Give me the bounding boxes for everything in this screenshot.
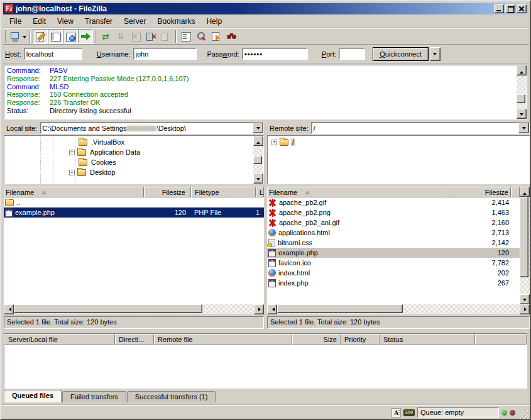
- remote-list-scrollbar[interactable]: [520, 187, 530, 304]
- scroll-up-icon[interactable]: [517, 65, 527, 75]
- menu-edit[interactable]: Edit: [27, 16, 52, 27]
- file-row-[interactable]: ..: [4, 197, 264, 207]
- maximize-button[interactable]: [505, 4, 515, 13]
- log-scrollbar[interactable]: [517, 65, 527, 119]
- tree-item-[interactable]: +/: [268, 137, 529, 147]
- scroll-left-icon[interactable]: [4, 304, 14, 314]
- scrollbar-thumb[interactable]: [517, 94, 525, 103]
- scroll-right-icon[interactable]: [254, 304, 264, 314]
- resize-grip[interactable]: [519, 411, 528, 419]
- local-tree-scrollbar[interactable]: [253, 136, 263, 184]
- scrollbar-thumb[interactable]: [14, 304, 202, 313]
- scroll-right-icon[interactable]: [520, 304, 530, 314]
- queue-column-status[interactable]: Status: [380, 334, 475, 345]
- file-row-apache-pb2-gif[interactable]: apache_pb2.gif2,414: [267, 197, 520, 207]
- scrollbar-thumb[interactable]: [277, 304, 403, 313]
- file-row-apache-pb2-ani-gif[interactable]: apache_pb2_ani.gif2,160: [267, 218, 520, 228]
- menu-help[interactable]: Help: [200, 16, 227, 27]
- filesize-cell: 120: [144, 209, 191, 216]
- filter-button[interactable]: [178, 29, 194, 44]
- queue-column-priority[interactable]: Priority: [341, 334, 380, 345]
- tree-item-application-data[interactable]: +Application Data: [4, 147, 253, 157]
- column-header-filename[interactable]: Filename: [267, 187, 447, 197]
- scroll-down-icon[interactable]: [517, 109, 527, 119]
- password-input[interactable]: [242, 48, 308, 60]
- remote-hscrollbar[interactable]: [267, 304, 530, 314]
- tree-item-desktop[interactable]: -Desktop: [4, 167, 253, 177]
- menu-bookmarks[interactable]: Bookmarks: [151, 16, 200, 27]
- synchronized-browsing-button[interactable]: [209, 29, 224, 44]
- toggle-local-tree-button[interactable]: [48, 29, 63, 44]
- tree-item-cookies[interactable]: Cookies: [4, 157, 253, 167]
- toggle-message-log-button[interactable]: [33, 29, 48, 44]
- toggle-transfer-queue-button[interactable]: [78, 29, 93, 44]
- tab-failed-transfers[interactable]: Failed transfers: [62, 391, 126, 402]
- username-input[interactable]: [133, 48, 197, 60]
- close-button[interactable]: [517, 4, 527, 13]
- disconnect-icon: [146, 31, 156, 41]
- column-header-filesize[interactable]: Filesize: [144, 187, 191, 197]
- refresh-button[interactable]: [98, 29, 113, 44]
- column-header-filetype[interactable]: Filetype: [191, 187, 256, 197]
- file-row-example-php[interactable]: example.php120PHP File1: [4, 207, 264, 218]
- menu-server[interactable]: Server: [118, 16, 151, 27]
- directory-comparison-button[interactable]: [194, 29, 209, 44]
- quickconnect-button[interactable]: Quickconnect: [373, 47, 429, 61]
- local-site-label: Local site:: [4, 124, 40, 132]
- port-input[interactable]: [339, 48, 365, 60]
- filezilla-window: Fz john@localhost - FileZilla FileEditVi…: [0, 0, 531, 420]
- quickconnect-dropdown-icon[interactable]: [430, 47, 441, 61]
- menu-transfer[interactable]: Transfer: [79, 16, 118, 27]
- queue-column-directi[interactable]: Directi...: [115, 334, 154, 345]
- tree-expander-icon[interactable]: -: [69, 170, 75, 175]
- find-files-button[interactable]: [224, 29, 239, 44]
- combo-dropdown-icon[interactable]: [518, 123, 529, 133]
- scrollbar-thumb[interactable]: [253, 156, 262, 164]
- scroll-up-icon[interactable]: [520, 187, 530, 197]
- column-header-filesize[interactable]: Filesize: [447, 187, 511, 197]
- toolbar-separator: [95, 30, 96, 43]
- transfer-type-icon: A: [391, 408, 401, 417]
- host-input[interactable]: [24, 48, 82, 60]
- queue-column-server-local-file[interactable]: Server/Local file: [4, 334, 115, 345]
- file-row-index-html[interactable]: index.html202: [267, 268, 520, 278]
- tree-item-virtualbox[interactable]: .VirtualBox: [4, 137, 253, 147]
- local-site-combobox[interactable]: C:\Documents and Settings\Desktop\: [40, 122, 264, 134]
- status-led-red-icon: [510, 410, 515, 416]
- filename-text: index.php: [278, 279, 309, 287]
- remote-file-list: apache_pb2.gif2,414apache_pb2.png1,463ap…: [267, 197, 520, 304]
- queue-column-size[interactable]: Size: [292, 334, 341, 345]
- site-manager-button[interactable]: [8, 29, 28, 44]
- file-row-applications-html[interactable]: applications.html2,713: [267, 228, 520, 238]
- tree-expander-icon[interactable]: +: [271, 140, 277, 145]
- minimize-button[interactable]: [494, 4, 504, 13]
- tree-expander-icon[interactable]: +: [69, 150, 75, 155]
- menu-file[interactable]: File: [4, 16, 27, 27]
- column-header-filename[interactable]: Filename: [4, 187, 144, 197]
- file-row-example-php[interactable]: example.php120: [267, 248, 520, 258]
- queue-column-remote-file[interactable]: Remote file: [154, 334, 292, 345]
- file-row-index-php[interactable]: index.php267: [267, 278, 520, 288]
- dropdown-arrow-icon[interactable]: [23, 36, 26, 40]
- scrollbar-thumb[interactable]: [520, 197, 528, 277]
- refresh-icon: [101, 31, 111, 41]
- remote-site-combobox[interactable]: /: [311, 122, 530, 134]
- file-row-favicon-ico[interactable]: favicon.ico7,782: [267, 258, 520, 268]
- transfer-queue-panel: Server/Local fileDirecti...Remote fileSi…: [4, 333, 527, 389]
- scroll-down-icon[interactable]: [253, 174, 263, 184]
- file-row-bitnami-css[interactable]: bitnami.css2,142: [267, 238, 520, 248]
- column-header-lastmodified[interactable]: L: [256, 187, 264, 197]
- tab-queued-files[interactable]: Queued files: [4, 390, 62, 402]
- disconnect-button[interactable]: [143, 29, 158, 44]
- menu-view[interactable]: View: [52, 16, 79, 27]
- scroll-down-icon[interactable]: [520, 294, 530, 304]
- filesize-cell: 2,713: [447, 229, 511, 236]
- scroll-left-icon[interactable]: [267, 304, 277, 314]
- toggle-remote-tree-button[interactable]: [63, 29, 78, 44]
- combo-dropdown-icon[interactable]: [253, 123, 263, 133]
- scroll-up-icon[interactable]: [253, 136, 263, 146]
- username-field-group: Username:: [97, 48, 197, 60]
- tab-successful-transfers-1[interactable]: Successful transfers (1): [127, 391, 216, 402]
- file-row-apache-pb2-png[interactable]: apache_pb2.png1,463: [267, 207, 520, 218]
- local-hscrollbar[interactable]: [4, 304, 264, 314]
